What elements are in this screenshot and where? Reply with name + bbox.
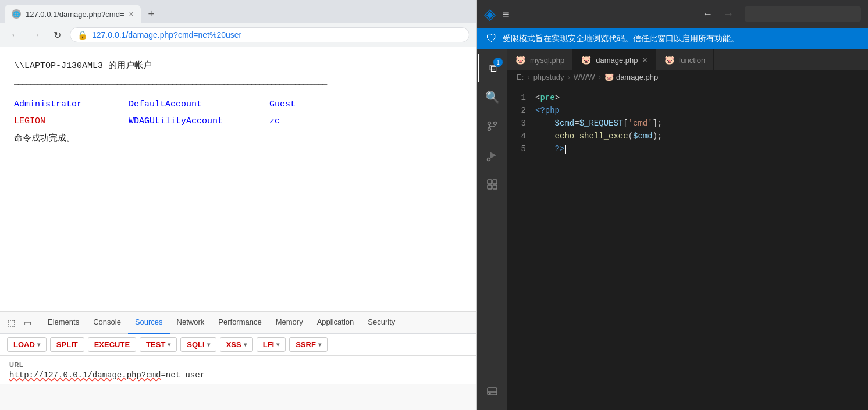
line-content-2: <?php: [535, 104, 560, 117]
php-icon-active: 🐷: [581, 55, 591, 65]
badge: 1: [493, 58, 503, 67]
text-cursor: [565, 145, 566, 154]
svg-rect-7: [493, 180, 497, 184]
tab-elements[interactable]: Elements: [41, 312, 86, 334]
tab-damage-close[interactable]: ×: [643, 55, 648, 65]
url-section: URL http://127.0.0.1/damage.php?cmd=net …: [0, 356, 476, 384]
xss-button[interactable]: XSS ▾: [220, 337, 253, 352]
tab-sources[interactable]: Sources: [128, 312, 170, 334]
tab-mysql[interactable]: 🐷 mysql.php: [507, 49, 573, 70]
devtools-bar: ⬚ ▭ Elements Console Sources Network Per…: [0, 311, 476, 410]
search-icon: 🔍: [485, 90, 500, 104]
menu-button[interactable]: ≡: [503, 8, 510, 21]
tab-damage-label: damage.php: [596, 56, 638, 65]
browser-addressbar: ← → ↻ 🔒: [0, 23, 476, 47]
tab-performance[interactable]: Performance: [211, 312, 268, 334]
nav-forward-button[interactable]: →: [719, 5, 738, 23]
new-tab-button[interactable]: +: [143, 6, 159, 22]
tab-mysql-label: mysql.php: [530, 56, 564, 65]
cmd-success: 命令成功完成。: [14, 131, 463, 147]
accounts-table: Administrator LEGION DefaultAccount WDAG…: [14, 97, 463, 129]
forward-button[interactable]: →: [28, 27, 44, 43]
sqli-dropdown-arrow: ▾: [207, 341, 210, 348]
test-button[interactable]: TEST ▾: [140, 337, 177, 352]
reload-button[interactable]: ↻: [49, 27, 65, 43]
code-line-2: 2 <?php: [507, 104, 868, 117]
tab-memory[interactable]: Memory: [269, 312, 310, 334]
title-line: \\LAPTOP-J130AML3 的用户帐户: [14, 59, 463, 74]
browser-chrome: 🌐 127.0.0.1/damage.php?cmd= × + ← → ↻ 🔒: [0, 0, 476, 47]
account-item: WDAGUtilityAccount: [129, 114, 223, 129]
lfi-label: LFI: [263, 340, 275, 349]
lock-icon: 🔒: [77, 30, 87, 40]
ssrf-dropdown-arrow: ▾: [318, 341, 321, 348]
tab-damage[interactable]: 🐷 damage.php ×: [573, 49, 656, 70]
load-button[interactable]: LOAD ▾: [7, 337, 47, 352]
account-item: LEGION: [14, 114, 82, 129]
browser-content: \\LAPTOP-J130AML3 的用户帐户 ────────────────…: [0, 47, 476, 311]
ssrf-label: SSRF: [296, 340, 316, 349]
cursor-icon[interactable]: ⬚: [5, 316, 17, 329]
svg-rect-6: [488, 180, 492, 184]
tab-application[interactable]: Application: [310, 312, 361, 334]
devtools-tabs: ⬚ ▭ Elements Console Sources Network Per…: [0, 312, 476, 334]
tab-network[interactable]: Network: [170, 312, 212, 334]
breadcrumb-part-e: E:: [517, 73, 524, 81]
url-rest: =net user: [161, 370, 205, 380]
tab-security[interactable]: Security: [361, 312, 402, 334]
browser-tab[interactable]: 🌐 127.0.0.1/damage.php?cmd= ×: [5, 5, 141, 23]
address-bar[interactable]: 🔒: [70, 27, 469, 42]
activity-search-icon[interactable]: 🔍: [478, 83, 506, 111]
titlebar-search[interactable]: [745, 6, 861, 22]
vscode-titlebar: ◈ ≡ ← →: [477, 0, 868, 28]
svg-point-1: [494, 122, 497, 125]
execute-button[interactable]: EXECUTE: [88, 337, 136, 352]
sqli-button[interactable]: SQLI ▾: [180, 337, 216, 352]
breadcrumb-filename: damage.php: [616, 73, 658, 81]
back-button[interactable]: ←: [7, 27, 23, 43]
account-item: DefaultAccount: [129, 97, 223, 112]
tab-close-button[interactable]: ×: [129, 9, 134, 19]
page-output: \\LAPTOP-J130AML3 的用户帐户 ────────────────…: [14, 59, 463, 146]
browser-panel: 🌐 127.0.0.1/damage.php?cmd= × + ← → ↻ 🔒 …: [0, 0, 477, 410]
svg-point-12: [489, 393, 490, 394]
browser-tabs: 🌐 127.0.0.1/damage.php?cmd= × +: [0, 0, 476, 23]
url-input[interactable]: [92, 30, 462, 40]
editor-area: 🐷 mysql.php 🐷 damage.php × 🐷 function E:…: [507, 49, 868, 410]
breadcrumb-php-icon: 🐷: [604, 73, 614, 81]
activity-run-icon[interactable]: [478, 141, 506, 169]
activity-files-icon[interactable]: ⧉ 1: [478, 54, 506, 82]
split-button[interactable]: SPLIT: [50, 337, 84, 352]
tab-function[interactable]: 🐷 function: [656, 49, 714, 70]
lfi-dropdown-arrow: ▾: [276, 341, 279, 348]
inspect-icon[interactable]: ▭: [21, 316, 34, 329]
breadcrumb-part-www: WWW: [574, 73, 595, 81]
code-line-5: 5 ?>: [507, 142, 868, 155]
svg-marker-4: [490, 152, 496, 159]
tab-console[interactable]: Console: [86, 312, 128, 334]
line-num-4: 4: [507, 130, 535, 142]
line-content-1: <pre>: [535, 91, 560, 104]
svg-rect-9: [493, 185, 497, 189]
notice-text: 受限模式旨在实现安全地浏览代码。信任此窗口以启用所有功能。: [503, 34, 739, 44]
ssrf-button[interactable]: SSRF ▾: [289, 337, 328, 352]
line-content-5: ?>: [535, 142, 566, 155]
globe-icon: 🌐: [12, 9, 21, 19]
account-item: Guest: [269, 97, 296, 112]
url-underline-part: http://127.0.0.1/damage.php?cmd: [9, 370, 161, 380]
account-col-3: Guest zc: [269, 97, 296, 129]
account-item: Administrator: [14, 97, 82, 112]
execute-label: EXECUTE: [94, 340, 130, 349]
lfi-button[interactable]: LFI ▾: [257, 337, 286, 352]
vscode-logo-icon: ◈: [484, 5, 496, 23]
activity-remote-icon[interactable]: [478, 377, 506, 405]
sqli-label: SQLI: [187, 340, 204, 349]
load-label: LOAD: [13, 340, 35, 349]
code-line-4: 4 echo shell_exec($cmd);: [507, 130, 868, 142]
vscode-panel: ◈ ≡ ← → 🛡 受限模式旨在实现安全地浏览代码。信任此窗口以启用所有功能。 …: [477, 0, 868, 410]
nav-back-button[interactable]: ←: [698, 5, 717, 23]
titlebar-nav: ← →: [698, 5, 738, 23]
activity-extensions-icon[interactable]: [478, 170, 506, 198]
activity-source-control-icon[interactable]: [478, 112, 506, 140]
toolbar-row: LOAD ▾ SPLIT EXECUTE TEST ▾ SQLI ▾ XSS ▾: [0, 334, 476, 356]
